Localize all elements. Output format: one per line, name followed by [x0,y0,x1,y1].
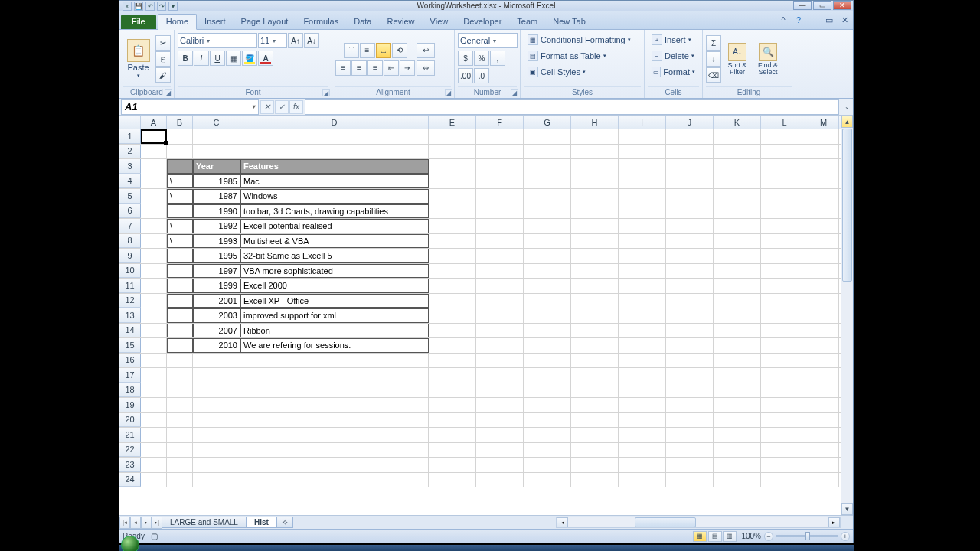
cell[interactable] [524,249,571,263]
fx-icon[interactable]: fx [289,100,303,114]
align-center-icon[interactable]: ≡ [351,60,367,76]
cell[interactable] [167,264,193,279]
cell[interactable] [429,145,476,159]
cell[interactable] [240,368,429,383]
cell[interactable] [761,279,808,293]
cell[interactable] [571,398,619,412]
cell[interactable] [167,458,193,472]
format-painter-icon[interactable]: 🖌 [155,67,171,83]
cell[interactable] [761,413,808,428]
cell[interactable] [619,234,666,249]
cell[interactable] [167,428,193,442]
decrease-decimal-icon[interactable]: .0 [474,68,489,83]
cell[interactable] [571,443,619,458]
scroll-down-icon[interactable]: ▼ [841,503,853,515]
cell[interactable] [141,398,167,412]
cell[interactable] [666,354,714,368]
col-header[interactable]: C [193,116,240,129]
cell[interactable] [167,159,193,174]
tab-review[interactable]: Review [379,15,422,29]
cell[interactable]: 1987 [193,189,240,204]
cell[interactable] [429,249,476,263]
row-header[interactable]: 23 [119,458,141,472]
cell[interactable] [429,368,476,383]
cell[interactable] [571,159,619,174]
cell[interactable] [808,249,839,263]
row-header[interactable]: 20 [119,413,141,428]
cell[interactable]: Excell XP - Office [240,294,429,308]
cell[interactable] [571,473,619,487]
cell[interactable] [619,368,666,383]
cell[interactable] [476,458,524,472]
cell[interactable] [619,354,666,368]
cell[interactable] [193,145,240,159]
cell[interactable] [240,145,429,159]
cell[interactable] [571,354,619,368]
doc-minimize-icon[interactable]: — [808,15,819,25]
cell[interactable] [761,338,808,353]
cell[interactable] [141,174,167,189]
col-header[interactable]: G [524,116,571,129]
cell[interactable] [524,398,571,412]
increase-indent-icon[interactable]: ⇥ [400,60,415,76]
merge-center-icon[interactable]: ⇔ [416,60,435,76]
cell[interactable] [524,264,571,279]
cell[interactable] [571,204,619,219]
cell[interactable] [808,129,839,144]
cell[interactable] [808,308,839,323]
row-header[interactable]: 10 [119,264,141,279]
cell[interactable] [429,338,476,353]
cell[interactable] [193,413,240,428]
cell[interactable] [666,338,714,353]
align-middle-icon[interactable]: ≡ [360,43,375,58]
cell[interactable] [476,338,524,353]
cell[interactable] [524,279,571,293]
cell[interactable] [429,398,476,412]
new-sheet-icon[interactable]: ✧ [276,517,293,528]
cell[interactable]: \ [167,219,193,233]
cell[interactable] [240,428,429,442]
cell[interactable]: 1997 [193,264,240,279]
col-header[interactable]: J [666,116,714,129]
cell[interactable] [714,354,761,368]
tab-home[interactable]: Home [158,14,197,30]
cell[interactable]: Excell 2000 [240,279,429,293]
cell[interactable] [761,294,808,308]
cell[interactable] [193,458,240,472]
excel-icon[interactable]: X [122,2,132,11]
cell[interactable] [524,234,571,249]
sheet-nav-prev-icon[interactable]: ◂ [130,517,141,529]
cell[interactable] [666,383,714,398]
cell[interactable] [571,383,619,398]
cell[interactable] [571,338,619,353]
cell[interactable] [761,145,808,159]
cell[interactable] [193,428,240,442]
cell[interactable] [476,443,524,458]
cell[interactable] [429,458,476,472]
cell[interactable] [429,129,476,144]
normal-view-icon[interactable]: ▦ [693,531,707,542]
col-header[interactable]: A [141,116,167,129]
cell[interactable] [619,174,666,189]
sheet-nav-next-icon[interactable]: ▸ [141,517,152,529]
cell[interactable]: 32-bit Same as Excell 5 [240,249,429,263]
col-header[interactable]: D [240,116,429,129]
cell[interactable] [619,219,666,233]
cell[interactable] [429,324,476,338]
cell[interactable] [808,458,839,472]
cell[interactable] [476,428,524,442]
cell[interactable] [141,324,167,338]
cell[interactable] [666,413,714,428]
cell[interactable] [476,174,524,189]
cell[interactable] [808,234,839,249]
cell[interactable] [429,279,476,293]
cell[interactable] [476,368,524,383]
clear-icon[interactable]: ⌫ [706,67,721,83]
redo-icon[interactable]: ↷ [157,2,166,11]
row-header[interactable]: 24 [119,473,141,487]
cell[interactable] [429,159,476,174]
tab-data[interactable]: Data [346,15,379,29]
percent-format-icon[interactable]: % [474,51,489,66]
row-header[interactable]: 22 [119,443,141,458]
cell[interactable] [240,398,429,412]
